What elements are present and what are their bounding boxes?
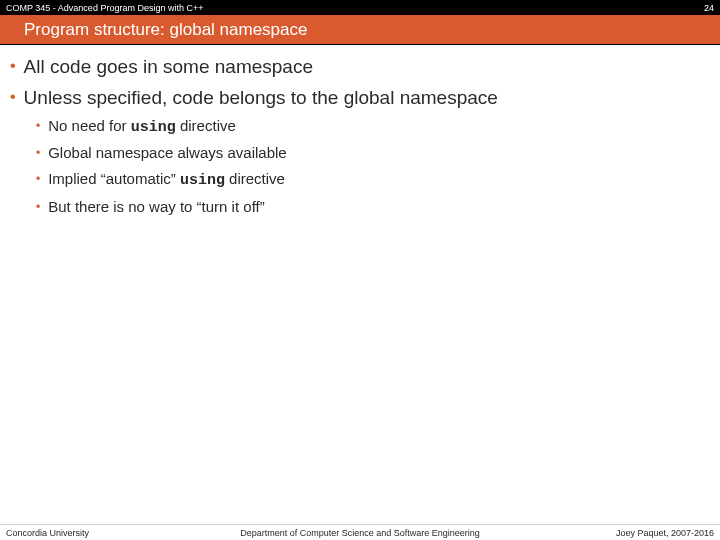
page-number: 24: [704, 3, 714, 13]
bullet-level1: • Unless specified, code belongs to the …: [10, 86, 710, 111]
text-pre: Implied “automatic”: [48, 170, 180, 187]
bullet-text: But there is no way to “turn it off”: [48, 197, 265, 219]
text-post: directive: [225, 170, 285, 187]
bullet-text: No need for using directive: [48, 116, 236, 138]
bullet-level2: • Global namespace always available: [36, 143, 710, 165]
bullet-dot-icon: •: [10, 58, 16, 74]
bullet-dot-icon: •: [36, 120, 40, 132]
bullet-level2: • But there is no way to “turn it off”: [36, 197, 710, 219]
footer-right: Joey Paquet, 2007-2016: [616, 528, 714, 538]
text-post: directive: [176, 117, 236, 134]
bullet-level2: • Implied “automatic” using directive: [36, 169, 710, 191]
bullet-dot-icon: •: [36, 173, 40, 185]
bullet-text: Unless specified, code belongs to the gl…: [24, 86, 498, 111]
bullet-dot-icon: •: [10, 89, 16, 105]
bullet-dot-icon: •: [36, 147, 40, 159]
bullet-dot-icon: •: [36, 201, 40, 213]
text-pre: Global namespace always available: [48, 144, 286, 161]
slide-title: Program structure: global namespace: [24, 20, 307, 40]
footer-left: Concordia University: [6, 528, 89, 538]
text-pre: No need for: [48, 117, 131, 134]
course-label: COMP 345 - Advanced Program Design with …: [6, 3, 203, 13]
bullet-text: All code goes in some namespace: [24, 55, 313, 80]
title-bar: Program structure: global namespace: [0, 15, 720, 45]
footer-center: Department of Computer Science and Softw…: [240, 528, 480, 538]
bullet-level1: • All code goes in some namespace: [10, 55, 710, 80]
content-area: • All code goes in some namespace • Unle…: [0, 45, 720, 219]
bullet-text: Implied “automatic” using directive: [48, 169, 285, 191]
footer-bar: Concordia University Department of Compu…: [0, 524, 720, 540]
header-bar: COMP 345 - Advanced Program Design with …: [0, 0, 720, 15]
keyword: using: [180, 172, 225, 189]
bullet-level2: • No need for using directive: [36, 116, 710, 138]
text-pre: But there is no way to “turn it off”: [48, 198, 265, 215]
keyword: using: [131, 119, 176, 136]
bullet-text: Global namespace always available: [48, 143, 286, 165]
